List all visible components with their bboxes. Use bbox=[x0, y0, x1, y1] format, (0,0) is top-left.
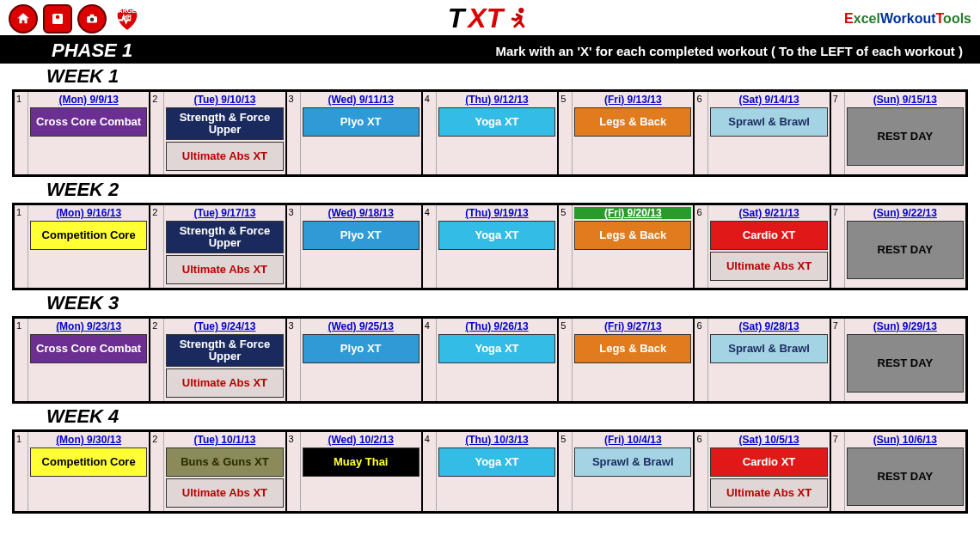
date-link[interactable]: (Mon) 9/16/13 bbox=[30, 207, 147, 219]
workout-comp[interactable]: Competition Core bbox=[30, 221, 147, 250]
day-cell[interactable]: 4(Thu) 9/26/13Yoga XT bbox=[423, 319, 559, 401]
date-link[interactable]: (Tue) 9/17/13 bbox=[166, 207, 283, 219]
day-number: 2 bbox=[150, 319, 164, 401]
date-link[interactable]: (Fri) 9/20/13 bbox=[574, 207, 691, 219]
camera-icon[interactable] bbox=[77, 4, 107, 33]
workout-ultimate[interactable]: Ultimate Abs XT bbox=[710, 252, 827, 281]
workout-strength[interactable]: Strength & Force Upper bbox=[166, 107, 283, 140]
workout-rest[interactable]: REST DAY bbox=[847, 447, 964, 506]
workout-yoga[interactable]: Yoga XT bbox=[438, 107, 555, 137]
date-link[interactable]: (Tue) 9/10/13 bbox=[166, 94, 283, 106]
heart-rate-icon[interactable]: TARGET HR bbox=[112, 4, 143, 33]
day-number: 6 bbox=[695, 319, 708, 401]
day-cell[interactable]: 4(Thu) 10/3/13Yoga XT bbox=[423, 432, 559, 511]
day-cell[interactable]: 3(Wed) 9/11/13Plyo XT bbox=[287, 92, 423, 174]
workout-plyo[interactable]: Plyo XT bbox=[303, 334, 420, 363]
day-cell[interactable]: 2(Tue) 9/10/13Strength & Force UpperUlti… bbox=[150, 92, 286, 174]
workout-ultimate[interactable]: Ultimate Abs XT bbox=[710, 478, 827, 508]
date-link[interactable]: (Sun) 9/22/13 bbox=[847, 207, 964, 219]
schedule-grid: WEEK 11(Mon) 9/9/13Cross Core Combat2(Tu… bbox=[0, 65, 980, 522]
day-cell[interactable]: 6(Sat) 10/5/13Cardio XTUltimate Abs XT bbox=[695, 432, 830, 511]
workout-muay[interactable]: Muay Thai bbox=[303, 447, 420, 477]
workout-rest[interactable]: REST DAY bbox=[847, 107, 964, 166]
home-icon[interactable] bbox=[9, 4, 38, 33]
date-link[interactable]: (Thu) 9/26/13 bbox=[438, 320, 555, 332]
workout-buns[interactable]: Buns & Guns XT bbox=[166, 447, 283, 477]
day-cell[interactable]: 6(Sat) 9/14/13Sprawl & Brawl bbox=[695, 92, 830, 174]
day-cell[interactable]: 4(Thu) 9/12/13Yoga XT bbox=[423, 92, 559, 174]
day-cell[interactable]: 5(Fri) 9/27/13Legs & Back bbox=[559, 319, 695, 401]
scale-icon[interactable] bbox=[43, 4, 72, 33]
workout-cardio[interactable]: Cardio XT bbox=[710, 221, 827, 250]
day-cell[interactable]: 1(Mon) 9/16/13Competition Core bbox=[15, 205, 150, 288]
workout-legs[interactable]: Legs & Back bbox=[574, 107, 691, 137]
date-link[interactable]: (Sat) 9/28/13 bbox=[710, 320, 827, 332]
week-label: WEEK 4 bbox=[46, 405, 968, 428]
workout-legs[interactable]: Legs & Back bbox=[574, 334, 691, 363]
date-link[interactable]: (Fri) 9/13/13 bbox=[574, 94, 691, 106]
day-cell[interactable]: 2(Tue) 9/24/13Strength & Force UpperUlti… bbox=[150, 319, 286, 401]
workout-yoga[interactable]: Yoga XT bbox=[438, 221, 555, 250]
day-cell[interactable]: 6(Sat) 9/28/13Sprawl & Brawl bbox=[695, 319, 830, 401]
app-logo: TXT bbox=[448, 3, 532, 34]
workout-plyo[interactable]: Plyo XT bbox=[303, 107, 420, 137]
day-cell[interactable]: 3(Wed) 9/18/13Plyo XT bbox=[287, 205, 423, 288]
day-cell[interactable]: 7(Sun) 9/22/13REST DAY bbox=[831, 205, 965, 288]
day-cell[interactable]: 2(Tue) 9/17/13Strength & Force UpperUlti… bbox=[150, 205, 286, 288]
date-link[interactable]: (Fri) 10/4/13 bbox=[574, 434, 691, 446]
date-link[interactable]: (Thu) 9/12/13 bbox=[438, 94, 555, 106]
date-link[interactable]: (Thu) 10/3/13 bbox=[438, 434, 555, 446]
date-link[interactable]: (Mon) 9/30/13 bbox=[30, 434, 147, 446]
day-cell[interactable]: 7(Sun) 9/29/13REST DAY bbox=[831, 319, 965, 401]
day-number: 5 bbox=[559, 432, 573, 511]
workout-cardio[interactable]: Cardio XT bbox=[710, 447, 827, 477]
workout-sprawl[interactable]: Sprawl & Brawl bbox=[710, 334, 827, 363]
workout-sprawl[interactable]: Sprawl & Brawl bbox=[574, 447, 691, 477]
workout-sprawl[interactable]: Sprawl & Brawl bbox=[710, 107, 827, 137]
date-link[interactable]: (Tue) 10/1/13 bbox=[166, 434, 283, 446]
workout-ultimate[interactable]: Ultimate Abs XT bbox=[166, 255, 283, 284]
date-link[interactable]: (Fri) 9/27/13 bbox=[574, 320, 691, 332]
day-cell[interactable]: 3(Wed) 10/2/13Muay Thai bbox=[287, 432, 423, 511]
day-cell[interactable]: 5(Fri) 9/20/13Legs & Back bbox=[559, 205, 695, 288]
workout-comp[interactable]: Competition Core bbox=[30, 447, 147, 477]
workout-yoga[interactable]: Yoga XT bbox=[438, 447, 555, 477]
date-link[interactable]: (Sun) 10/6/13 bbox=[847, 434, 964, 446]
date-link[interactable]: (Wed) 10/2/13 bbox=[303, 434, 420, 446]
day-cell[interactable]: 2(Tue) 10/1/13Buns & Guns XTUltimate Abs… bbox=[150, 432, 286, 511]
workout-crosscore[interactable]: Cross Core Combat bbox=[30, 334, 147, 363]
date-link[interactable]: (Mon) 9/23/13 bbox=[30, 320, 147, 332]
date-link[interactable]: (Sat) 10/5/13 bbox=[710, 434, 827, 446]
date-link[interactable]: (Tue) 9/24/13 bbox=[166, 320, 283, 332]
day-cell[interactable]: 4(Thu) 9/19/13Yoga XT bbox=[423, 205, 559, 288]
workout-strength[interactable]: Strength & Force Upper bbox=[166, 334, 283, 367]
day-cell[interactable]: 3(Wed) 9/25/13Plyo XT bbox=[287, 319, 423, 401]
day-cell[interactable]: 6(Sat) 9/21/13Cardio XTUltimate Abs XT bbox=[695, 205, 830, 288]
date-link[interactable]: (Sat) 9/21/13 bbox=[710, 207, 827, 219]
day-cell[interactable]: 1(Mon) 9/23/13Cross Core Combat bbox=[15, 319, 150, 401]
workout-ultimate[interactable]: Ultimate Abs XT bbox=[166, 478, 283, 508]
workout-rest[interactable]: REST DAY bbox=[847, 221, 964, 279]
workout-crosscore[interactable]: Cross Core Combat bbox=[30, 107, 147, 137]
workout-ultimate[interactable]: Ultimate Abs XT bbox=[166, 368, 283, 398]
date-link[interactable]: (Mon) 9/9/13 bbox=[30, 94, 147, 106]
date-link[interactable]: (Wed) 9/25/13 bbox=[303, 320, 420, 332]
workout-plyo[interactable]: Plyo XT bbox=[303, 221, 420, 250]
day-cell[interactable]: 1(Mon) 9/30/13Competition Core bbox=[15, 432, 150, 511]
workout-strength[interactable]: Strength & Force Upper bbox=[166, 221, 283, 253]
date-link[interactable]: (Sun) 9/29/13 bbox=[847, 320, 964, 332]
workout-legs[interactable]: Legs & Back bbox=[574, 221, 691, 250]
workout-rest[interactable]: REST DAY bbox=[847, 334, 964, 393]
workout-yoga[interactable]: Yoga XT bbox=[438, 334, 555, 363]
day-cell[interactable]: 5(Fri) 9/13/13Legs & Back bbox=[559, 92, 695, 174]
day-cell[interactable]: 7(Sun) 10/6/13REST DAY bbox=[831, 432, 965, 511]
date-link[interactable]: (Sat) 9/14/13 bbox=[710, 94, 827, 106]
date-link[interactable]: (Thu) 9/19/13 bbox=[438, 207, 555, 219]
date-link[interactable]: (Wed) 9/11/13 bbox=[303, 94, 420, 106]
workout-ultimate[interactable]: Ultimate Abs XT bbox=[166, 142, 283, 171]
day-cell[interactable]: 5(Fri) 10/4/13Sprawl & Brawl bbox=[559, 432, 695, 511]
date-link[interactable]: (Sun) 9/15/13 bbox=[847, 94, 964, 106]
date-link[interactable]: (Wed) 9/18/13 bbox=[303, 207, 420, 219]
day-cell[interactable]: 1(Mon) 9/9/13Cross Core Combat bbox=[15, 92, 150, 174]
day-cell[interactable]: 7(Sun) 9/15/13REST DAY bbox=[831, 92, 965, 174]
